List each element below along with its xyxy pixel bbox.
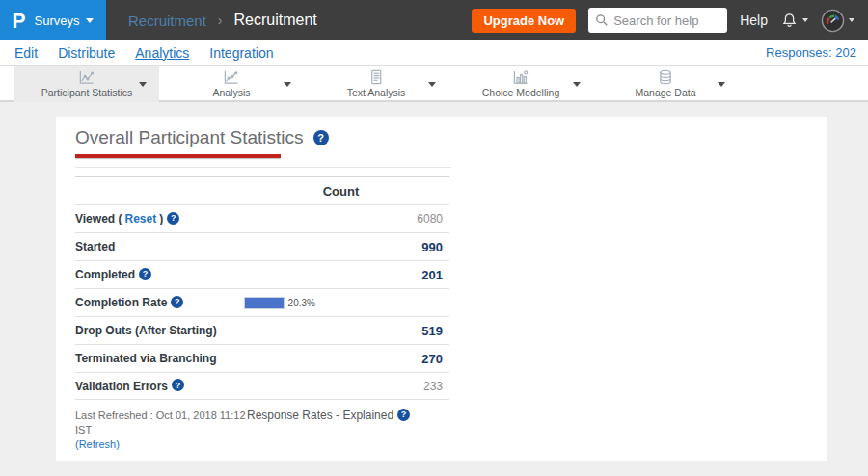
main-content: Overall Participant Statistics ? Count V… xyxy=(0,102,868,437)
tool-tab-label: Manage Data xyxy=(635,87,695,98)
chevron-down-icon xyxy=(849,18,854,22)
row-value: 233 xyxy=(232,380,449,393)
table-row-viewed: Viewed ( Reset ) ? 6080 xyxy=(75,204,449,232)
questionpro-logo: P xyxy=(13,10,26,31)
page-title: Overall Participant Statistics xyxy=(75,127,304,148)
search-input[interactable] xyxy=(588,8,727,33)
table-footer: Last Refreshed : Oct 01, 2018 11:12 IST … xyxy=(75,409,808,452)
breadcrumb: Recruitment › Recruitment xyxy=(128,12,317,29)
count-column-header: Count xyxy=(232,184,449,198)
table-row-completion-rate: Completion Rate ? 20.3% xyxy=(75,288,449,316)
help-icon[interactable]: ? xyxy=(397,409,410,421)
row-value: 519 xyxy=(232,324,449,338)
row-label: Terminated via Branching xyxy=(75,352,216,365)
completion-rate-bar xyxy=(244,297,285,309)
reset-link[interactable]: Reset xyxy=(124,212,156,225)
account-menu[interactable] xyxy=(821,9,854,33)
help-icon[interactable]: ? xyxy=(313,130,329,145)
line-chart-icon xyxy=(77,69,96,86)
row-label: Completion Rate xyxy=(75,296,167,309)
tool-tab-choice-modelling[interactable]: Choice Modelling xyxy=(448,66,593,102)
breadcrumb-parent[interactable]: Recruitment xyxy=(128,13,206,29)
row-label: Viewed ( xyxy=(75,212,122,225)
help-icon[interactable]: ? xyxy=(139,268,151,280)
breadcrumb-chevron-icon: › xyxy=(218,13,223,28)
row-value: 201 xyxy=(232,268,449,282)
tab-distribute[interactable]: Distribute xyxy=(58,45,115,61)
row-label: Drop Outs (After Starting) xyxy=(75,324,217,337)
tool-tab-text-analysis[interactable]: Text Analysis xyxy=(304,66,448,102)
row-label: Started xyxy=(75,240,115,253)
help-icon[interactable]: ? xyxy=(167,212,179,225)
participant-statistics-table: Count Viewed ( Reset ) ? 6080 Started 99… xyxy=(75,176,449,400)
table-row-validation-errors: Validation Errors ? 233 xyxy=(75,372,449,400)
row-label: Completed xyxy=(75,268,135,281)
survey-nav: Edit Distribute Analytics Integration Re… xyxy=(0,40,868,66)
completion-rate-value: 20.3% xyxy=(288,298,315,308)
survey-nav-tabs: Edit Distribute Analytics Integration xyxy=(14,45,273,61)
database-icon xyxy=(656,69,675,86)
tool-tab-label: Analysis xyxy=(212,87,250,98)
analytics-toolbar: Participant Statistics Analysis Text Ana… xyxy=(0,66,868,102)
top-bar: P Surveys Recruitment › Recruitment Upgr… xyxy=(0,0,868,40)
avatar xyxy=(821,9,845,33)
tool-tab-label: Text Analysis xyxy=(347,87,406,98)
bar-chart-icon xyxy=(511,69,530,86)
help-search xyxy=(588,8,727,33)
help-link[interactable]: Help xyxy=(740,13,768,28)
help-icon[interactable]: ? xyxy=(171,296,183,308)
title-row: Overall Participant Statistics ? xyxy=(75,127,808,148)
document-icon xyxy=(366,69,386,86)
tool-tab-label: Participant Statistics xyxy=(41,87,133,98)
tool-tab-manage-data[interactable]: Manage Data xyxy=(593,66,738,102)
search-icon xyxy=(595,13,609,27)
tool-tab-analysis[interactable]: Analysis xyxy=(159,66,304,102)
topbar-actions: Upgrade Now Help xyxy=(472,8,868,33)
breadcrumb-current: Recruitment xyxy=(234,12,317,29)
chevron-down-icon xyxy=(86,18,94,23)
surveys-menu-label: Surveys xyxy=(35,13,80,28)
upgrade-now-button[interactable]: Upgrade Now xyxy=(472,9,576,33)
tab-edit[interactable]: Edit xyxy=(14,45,38,61)
table-row-completed: Completed ? 201 xyxy=(75,260,449,288)
help-icon[interactable]: ? xyxy=(172,379,184,391)
tab-integration[interactable]: Integration xyxy=(209,45,273,61)
tool-tab-label: Choice Modelling xyxy=(482,87,560,98)
statistics-card: Overall Participant Statistics ? Count V… xyxy=(56,117,827,461)
row-label: Validation Errors xyxy=(75,380,168,393)
chevron-down-icon[interactable] xyxy=(573,82,581,87)
scatter-chart-icon xyxy=(222,69,241,86)
chevron-down-icon[interactable] xyxy=(428,82,436,87)
surveys-menu[interactable]: Surveys xyxy=(35,13,95,28)
tab-analytics[interactable]: Analytics xyxy=(135,45,189,61)
responses-count[interactable]: Responses: 202 xyxy=(766,45,856,60)
table-row-started: Started 990 xyxy=(75,232,449,260)
chevron-down-icon[interactable] xyxy=(718,82,725,87)
divider xyxy=(75,167,451,168)
row-value: 990 xyxy=(232,240,449,254)
chevron-down-icon[interactable] xyxy=(284,82,291,87)
response-rates-explained-label: Response Rates - Explained xyxy=(247,409,393,422)
row-value: 6080 xyxy=(232,212,449,225)
last-refreshed-text: Last Refreshed : Oct 01, 2018 11:12 IST xyxy=(75,410,246,436)
chevron-down-icon[interactable] xyxy=(139,82,147,87)
tool-tab-participant-statistics[interactable]: Participant Statistics xyxy=(14,66,159,102)
table-header-row: Count xyxy=(75,176,449,204)
row-label-suffix: ) xyxy=(159,212,163,225)
chevron-down-icon xyxy=(802,18,808,22)
table-row-drop-outs: Drop Outs (After Starting) 519 xyxy=(75,316,449,344)
bell-icon xyxy=(780,12,799,30)
red-highlight-underline xyxy=(75,154,281,158)
product-logo-menu[interactable]: P Surveys xyxy=(0,0,106,40)
row-value: 270 xyxy=(232,352,449,366)
table-row-terminated: Terminated via Branching 270 xyxy=(75,344,449,372)
refresh-link[interactable]: (Refresh) xyxy=(75,438,120,450)
notifications-menu[interactable] xyxy=(780,12,808,30)
